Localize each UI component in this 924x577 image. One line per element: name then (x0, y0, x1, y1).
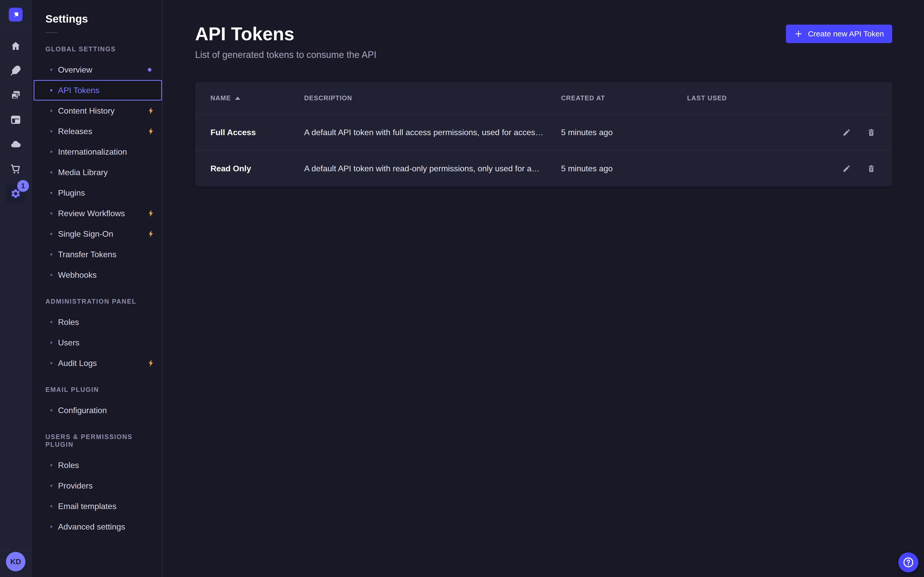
bullet-icon (50, 151, 52, 153)
api-tokens-table: Name Description Created at Last used Fu… (195, 82, 892, 187)
subnav-item-up-providers[interactable]: Providers (34, 475, 162, 496)
bullet-icon (50, 342, 52, 343)
token-created-at: 5 minutes ago (561, 128, 687, 137)
rail-icon-list: 1 (0, 34, 31, 206)
table-row[interactable]: Full Access A default API token with ful… (195, 114, 892, 150)
sidebar-item-settings[interactable]: 1 (0, 181, 31, 206)
subnav-item-up-roles[interactable]: Roles (34, 455, 162, 475)
bullet-icon (50, 69, 52, 71)
strapi-logo-icon (11, 10, 20, 19)
column-header-description: Description (304, 94, 561, 102)
row-actions (818, 127, 877, 138)
bullet-icon (50, 253, 52, 255)
bullet-icon (50, 464, 52, 466)
token-description: A default API token with full access per… (304, 128, 561, 137)
main-content: API Tokens List of generated tokens to c… (163, 0, 924, 577)
strapi-admin-app: 1 KD Settings Global settings Overview A… (0, 0, 924, 577)
trash-icon (867, 164, 876, 173)
question-mark-icon (903, 556, 914, 568)
strapi-logo[interactable] (9, 8, 23, 21)
sidebar-item-deploy[interactable] (0, 132, 31, 157)
lightning-icon (147, 230, 155, 238)
subnav-item-internationalization[interactable]: Internationalization (34, 142, 162, 162)
section-users-permissions-plugin: Users & Permissions plugin Roles Provide… (32, 433, 162, 537)
sort-ascending-icon (235, 97, 240, 100)
bullet-icon (50, 192, 52, 194)
token-name: Read Only (210, 164, 304, 173)
sidebar-item-layout-builder[interactable] (0, 108, 31, 132)
subnav-title-divider (45, 32, 57, 33)
bullet-icon (50, 171, 52, 173)
subnav-item-single-sign-on[interactable]: Single Sign-On (34, 224, 162, 244)
table-header-row: Name Description Created at Last used (195, 82, 892, 114)
layout-builder-icon (10, 114, 21, 125)
lightning-icon (147, 209, 155, 218)
media-library-icon (10, 90, 21, 100)
subnav-title: Settings (45, 13, 162, 25)
sidebar-item-content-editor[interactable] (0, 58, 31, 83)
column-header-last-used: Last used (687, 94, 818, 102)
marketplace-cart-icon (10, 164, 21, 174)
delete-token-button[interactable] (866, 127, 877, 138)
plus-icon (794, 29, 803, 38)
bullet-icon (50, 130, 52, 132)
section-title: Email plugin (45, 386, 162, 393)
subnav-item-releases[interactable]: Releases (34, 121, 162, 142)
edit-token-button[interactable] (841, 163, 852, 174)
trash-icon (867, 128, 876, 137)
bullet-icon (50, 526, 52, 528)
bullet-icon (50, 110, 52, 112)
subnav-item-media-library[interactable]: Media Library (34, 162, 162, 182)
help-button[interactable] (898, 552, 918, 572)
section-title: Administration panel (45, 298, 162, 305)
main-nav-rail: 1 KD (0, 0, 32, 577)
sidebar-item-marketplace[interactable] (0, 157, 31, 181)
section-administration-panel: Administration panel Roles Users Audit L… (32, 298, 162, 373)
pencil-icon (842, 164, 851, 173)
page-subtitle: List of generated tokens to consume the … (195, 49, 376, 61)
create-api-token-button[interactable]: Create new API Token (786, 25, 892, 43)
bullet-icon (50, 485, 52, 487)
lightning-icon (147, 127, 155, 135)
lightning-icon (147, 359, 155, 367)
subnav-item-up-email-templates[interactable]: Email templates (34, 496, 162, 516)
token-description: A default API token with read-only permi… (304, 164, 561, 173)
subnav-item-admin-users[interactable]: Users (34, 332, 162, 353)
subnav-item-admin-roles[interactable]: Roles (34, 312, 162, 332)
sidebar-item-media-library[interactable] (0, 83, 31, 108)
bullet-icon (50, 212, 52, 214)
subnav-item-email-configuration[interactable]: Configuration (34, 400, 162, 421)
settings-subnav: Settings Global settings Overview API To… (32, 0, 163, 577)
notification-dot-icon (148, 68, 152, 71)
user-avatar[interactable]: KD (6, 552, 26, 571)
edit-token-button[interactable] (841, 127, 852, 138)
section-global-settings: Global settings Overview API Tokens Cont… (32, 45, 162, 285)
bullet-icon (50, 505, 52, 507)
bullet-icon (50, 362, 52, 364)
rail-divider (0, 29, 31, 29)
subnav-item-audit-logs[interactable]: Audit Logs (34, 353, 162, 373)
subnav-item-plugins[interactable]: Plugins (34, 182, 162, 203)
token-created-at: 5 minutes ago (561, 164, 687, 173)
subnav-item-up-advanced-settings[interactable]: Advanced settings (34, 516, 162, 537)
column-header-name[interactable]: Name (210, 94, 304, 102)
subnav-item-webhooks[interactable]: Webhooks (34, 265, 162, 285)
bullet-icon (50, 274, 52, 276)
subnav-item-overview[interactable]: Overview (34, 60, 162, 80)
token-name: Full Access (210, 128, 304, 137)
table-row[interactable]: Read Only A default API token with read-… (195, 150, 892, 187)
bullet-icon (50, 89, 52, 91)
subnav-item-transfer-tokens[interactable]: Transfer Tokens (34, 244, 162, 265)
subnav-item-content-history[interactable]: Content History (34, 100, 162, 121)
bullet-icon (50, 409, 52, 411)
subnav-item-api-tokens[interactable]: API Tokens (34, 80, 162, 100)
page-header-text: API Tokens List of generated tokens to c… (195, 25, 376, 61)
sidebar-item-home[interactable] (0, 34, 31, 58)
page-title: API Tokens (195, 25, 376, 43)
home-icon (10, 40, 21, 51)
settings-active-tile: 1 (5, 184, 26, 203)
bullet-icon (50, 321, 52, 323)
subnav-item-review-workflows[interactable]: Review Workflows (34, 203, 162, 224)
pencil-icon (842, 128, 851, 137)
delete-token-button[interactable] (866, 163, 877, 174)
